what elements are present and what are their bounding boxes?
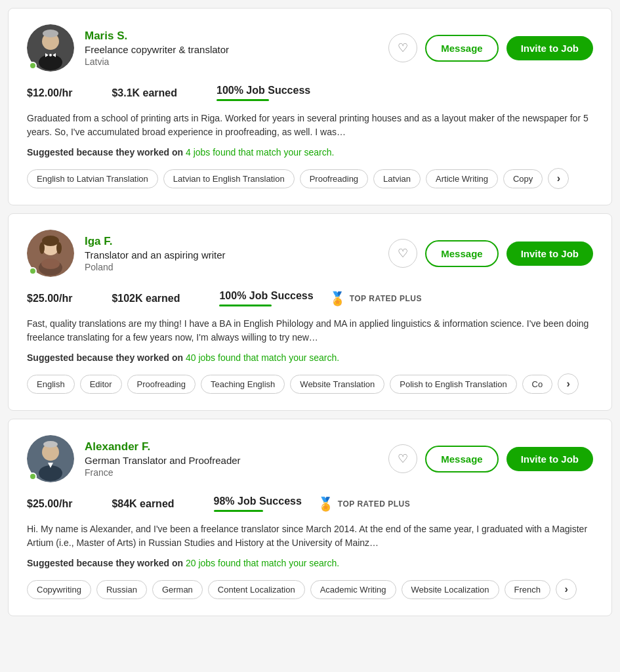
total-earned: $84K earned bbox=[112, 498, 174, 509]
freelancer-title: Translator and an aspiring writer bbox=[85, 249, 226, 261]
save-button[interactable]: ♡ bbox=[388, 444, 417, 473]
tags-more-button[interactable]: › bbox=[556, 579, 577, 600]
earned-stat: $84K earned bbox=[112, 498, 174, 510]
stats-row: $25.00/hr $102K earned 100% Job Success … bbox=[27, 290, 593, 306]
invite-to-job-button[interactable]: Invite to Job bbox=[506, 242, 593, 266]
profile-section: Alexander F. German Translator and Proof… bbox=[27, 435, 241, 482]
hourly-rate: $25.00/hr bbox=[27, 498, 72, 509]
action-buttons: ♡ Message Invite to Job bbox=[388, 239, 593, 268]
freelancer-card-alexander: Alexander F. German Translator and Proof… bbox=[8, 419, 612, 616]
rate-stat: $25.00/hr bbox=[27, 498, 72, 510]
top-rated-icon: 🏅 bbox=[329, 291, 346, 306]
save-button[interactable]: ♡ bbox=[388, 239, 417, 268]
skill-tag[interactable]: Russian bbox=[96, 580, 147, 599]
svg-point-10 bbox=[39, 242, 45, 254]
skill-tag[interactable]: French bbox=[505, 580, 550, 599]
profile-info: Iga F. Translator and an aspiring writer… bbox=[85, 235, 226, 272]
hourly-rate: $12.00/hr bbox=[27, 87, 72, 98]
online-indicator bbox=[29, 62, 37, 70]
invite-to-job-button[interactable]: Invite to Job bbox=[506, 447, 593, 471]
card-header: Maris S. Freelance copywriter & translat… bbox=[27, 24, 593, 72]
skill-tag[interactable]: Editor bbox=[80, 375, 122, 394]
profile-info: Maris S. Freelance copywriter & translat… bbox=[85, 30, 229, 67]
skill-tag[interactable]: Latvian to English Translation bbox=[163, 169, 295, 188]
profile-section: Maris S. Freelance copywriter & translat… bbox=[27, 24, 229, 72]
svg-point-11 bbox=[56, 242, 62, 254]
job-success-block: 100% Job Success bbox=[217, 85, 310, 101]
profile-section: Iga F. Translator and an aspiring writer… bbox=[27, 230, 226, 277]
skill-tag[interactable]: Article Writing bbox=[426, 169, 498, 188]
freelancer-location: Poland bbox=[85, 262, 226, 272]
freelancer-location: Latvia bbox=[85, 56, 229, 67]
skill-tag[interactable]: Proofreading bbox=[300, 169, 368, 188]
suggested-jobs-link[interactable]: 40 jobs found that match your search. bbox=[186, 352, 339, 363]
svg-point-5 bbox=[49, 54, 52, 56]
job-success-label: 100% Job Success bbox=[219, 290, 313, 302]
skill-tag[interactable]: Proofreading bbox=[127, 375, 196, 394]
top-rated-badge: 🏅 TOP RATED PLUS bbox=[318, 496, 410, 512]
job-success-bar bbox=[219, 304, 272, 306]
tags-row: CopywritingRussianGermanContent Localiza… bbox=[27, 579, 593, 600]
skill-tag[interactable]: Academic Writing bbox=[310, 580, 396, 599]
card-header: Alexander F. German Translator and Proof… bbox=[27, 435, 593, 482]
top-rated-label: TOP RATED PLUS bbox=[350, 294, 422, 303]
freelancer-name[interactable]: Iga F. bbox=[85, 235, 226, 248]
message-button[interactable]: Message bbox=[425, 240, 498, 267]
suggested-jobs-link[interactable]: 4 jobs found that match your search. bbox=[186, 147, 334, 158]
job-success-bar bbox=[217, 99, 269, 101]
job-success-block: 98% Job Success bbox=[214, 495, 302, 512]
tags-more-button[interactable]: › bbox=[558, 373, 579, 394]
freelancer-name[interactable]: Alexander F. bbox=[85, 440, 241, 453]
skill-tag[interactable]: Website Translation bbox=[290, 375, 384, 394]
message-button[interactable]: Message bbox=[425, 35, 498, 62]
freelancer-card-iga: Iga F. Translator and an aspiring writer… bbox=[8, 213, 612, 411]
skill-tag[interactable]: Latvian bbox=[373, 169, 421, 188]
skill-tag[interactable]: Website Localization bbox=[402, 580, 499, 599]
earned-stat: $3.1K earned bbox=[112, 87, 177, 99]
avatar-wrapper bbox=[27, 24, 74, 72]
svg-point-9 bbox=[42, 236, 59, 246]
skill-tag[interactable]: Copy bbox=[503, 169, 543, 188]
job-success-bar bbox=[214, 510, 263, 512]
tags-row: English to Latvian TranslationLatvian to… bbox=[27, 168, 593, 189]
skill-tag[interactable]: Content Localization bbox=[208, 580, 305, 599]
invite-to-job-button[interactable]: Invite to Job bbox=[506, 36, 593, 60]
tags-more-button[interactable]: › bbox=[548, 168, 569, 189]
action-buttons: ♡ Message Invite to Job bbox=[388, 444, 593, 473]
bio-text: Graduated from a school of printing arts… bbox=[27, 112, 593, 139]
bio-text: Hi. My name is Alexander, and I've been … bbox=[27, 522, 593, 550]
profile-info: Alexander F. German Translator and Proof… bbox=[85, 440, 241, 478]
online-indicator bbox=[29, 267, 37, 275]
job-success-label: 100% Job Success bbox=[217, 85, 310, 96]
hourly-rate: $25.00/hr bbox=[27, 293, 72, 304]
skill-tag[interactable]: Teaching English bbox=[201, 375, 285, 394]
skill-tag[interactable]: Copywriting bbox=[27, 580, 91, 599]
rate-stat: $12.00/hr bbox=[27, 87, 72, 99]
stats-row: $12.00/hr $3.1K earned 100% Job Success bbox=[27, 85, 593, 101]
suggested-text: Suggested because they worked on 40 jobs… bbox=[27, 352, 593, 363]
top-rated-icon: 🏅 bbox=[318, 496, 334, 512]
earned-stat: $102K earned bbox=[112, 293, 180, 304]
save-button[interactable]: ♡ bbox=[388, 33, 417, 62]
total-earned: $3.1K earned bbox=[112, 87, 177, 98]
suggested-jobs-link[interactable]: 20 jobs found that match your search. bbox=[186, 558, 339, 568]
tags-row: EnglishEditorProofreadingTeaching Englis… bbox=[27, 373, 593, 394]
freelancer-name[interactable]: Maris S. bbox=[85, 30, 229, 43]
suggested-text: Suggested because they worked on 4 jobs … bbox=[27, 147, 593, 158]
rate-stat: $25.00/hr bbox=[27, 293, 72, 304]
svg-point-13 bbox=[41, 259, 60, 269]
top-rated-badge: 🏅 TOP RATED PLUS bbox=[329, 291, 422, 306]
skill-tag[interactable]: Co bbox=[522, 375, 553, 394]
skill-tag[interactable]: Polish to English Translation bbox=[390, 375, 516, 394]
action-buttons: ♡ Message Invite to Job bbox=[388, 33, 593, 62]
skill-tag[interactable]: English bbox=[27, 375, 75, 394]
skill-tag[interactable]: English to Latvian Translation bbox=[27, 169, 158, 188]
online-indicator bbox=[29, 472, 37, 480]
freelancer-title: Freelance copywriter & translator bbox=[85, 44, 229, 55]
skill-tag[interactable]: German bbox=[152, 580, 203, 599]
svg-point-6 bbox=[43, 30, 58, 37]
freelancer-card-maris: Maris S. Freelance copywriter & translat… bbox=[8, 8, 612, 205]
avatar-wrapper bbox=[27, 230, 74, 277]
stats-row: $25.00/hr $84K earned 98% Job Success 🏅 … bbox=[27, 495, 593, 512]
message-button[interactable]: Message bbox=[425, 446, 498, 472]
